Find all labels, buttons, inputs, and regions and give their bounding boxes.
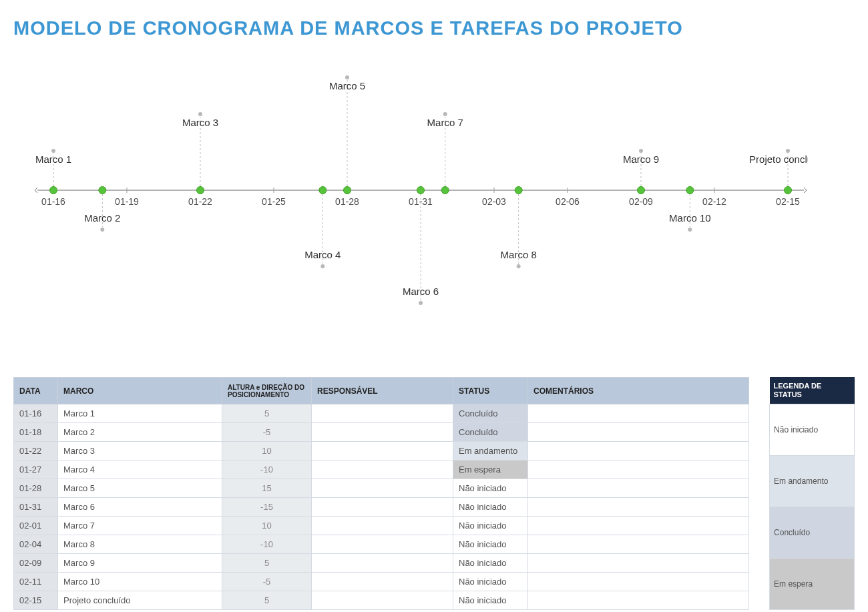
- cell-altura: -10: [222, 461, 312, 479]
- cell-responsavel[interactable]: [312, 461, 453, 479]
- cell-responsavel[interactable]: [312, 442, 453, 461]
- header-marco: MARCO: [58, 378, 222, 404]
- header-altura: ALTURA e DIREÇÃO DO POSICIONAMENTO: [222, 378, 312, 404]
- cell-marco: Projeto concluído: [58, 591, 222, 610]
- svg-point-40: [344, 187, 351, 194]
- svg-text:02-09: 02-09: [629, 196, 653, 207]
- cell-marco: Marco 4: [58, 461, 222, 479]
- svg-text:02-15: 02-15: [776, 196, 800, 207]
- cell-altura: 5: [222, 554, 312, 573]
- cell-comentarios[interactable]: [528, 404, 749, 423]
- svg-text:01-31: 01-31: [409, 196, 433, 207]
- cell-comentarios[interactable]: [528, 479, 749, 498]
- svg-point-24: [50, 187, 57, 194]
- svg-point-32: [197, 187, 204, 194]
- cell-responsavel[interactable]: [312, 517, 453, 535]
- legend-item: Em espera: [770, 558, 855, 609]
- table-row: 02-04Marco 8-10Não iniciado: [14, 535, 749, 554]
- cell-responsavel[interactable]: [312, 404, 453, 423]
- cell-marco: Marco 5: [58, 479, 222, 498]
- svg-point-48: [441, 187, 449, 194]
- cell-responsavel[interactable]: [312, 498, 453, 517]
- cell-status[interactable]: Em andamento: [453, 442, 528, 461]
- cell-data: 02-09: [14, 554, 58, 573]
- table-row: 02-01Marco 710Não iniciado: [14, 517, 749, 535]
- svg-point-29: [100, 228, 104, 232]
- svg-point-60: [686, 187, 694, 194]
- cell-status[interactable]: Não iniciado: [453, 498, 528, 517]
- cell-altura: 10: [222, 442, 312, 461]
- cell-responsavel[interactable]: [312, 479, 453, 498]
- svg-text:Marco 2: Marco 2: [84, 212, 120, 224]
- cell-responsavel[interactable]: [312, 591, 453, 610]
- cell-status[interactable]: Em espera: [453, 461, 528, 479]
- svg-text:Marco 4: Marco 4: [304, 249, 341, 260]
- cell-status[interactable]: Não iniciado: [453, 554, 528, 573]
- legend-item: Não iniciado: [770, 404, 855, 455]
- svg-point-25: [51, 149, 55, 153]
- svg-point-36: [319, 187, 327, 194]
- cell-status[interactable]: Concluído: [453, 404, 528, 423]
- svg-point-41: [345, 75, 349, 79]
- legend-item: Concluído: [770, 507, 855, 558]
- cell-status[interactable]: Concluído: [453, 423, 528, 442]
- svg-text:Marco 5: Marco 5: [329, 80, 365, 91]
- cell-responsavel[interactable]: [312, 423, 453, 442]
- cell-comentarios[interactable]: [528, 498, 749, 517]
- svg-point-52: [515, 187, 522, 194]
- cell-responsavel[interactable]: [312, 535, 453, 554]
- status-legend: LEGENDA DE STATUS Não iniciadoEm andamen…: [769, 377, 855, 610]
- cell-comentarios[interactable]: [528, 517, 749, 535]
- cell-status[interactable]: Não iniciado: [453, 517, 528, 535]
- svg-text:Marco 9: Marco 9: [623, 154, 659, 165]
- cell-status[interactable]: Não iniciado: [453, 591, 528, 610]
- svg-text:Marco 6: Marco 6: [403, 286, 439, 297]
- cell-altura: 15: [222, 479, 312, 498]
- cell-marco: Marco 9: [58, 554, 222, 573]
- svg-text:01-22: 01-22: [188, 196, 212, 207]
- cell-status[interactable]: Não iniciado: [453, 573, 528, 591]
- cell-altura: -5: [222, 573, 312, 591]
- svg-text:01-28: 01-28: [335, 196, 359, 207]
- cell-data: 02-11: [14, 573, 58, 591]
- cell-comentarios[interactable]: [528, 423, 749, 442]
- cell-comentarios[interactable]: [528, 573, 749, 591]
- cell-responsavel[interactable]: [312, 573, 453, 591]
- header-data: DATA: [14, 378, 58, 404]
- svg-text:Marco 8: Marco 8: [501, 249, 537, 260]
- svg-text:01-19: 01-19: [115, 196, 139, 207]
- svg-point-45: [419, 301, 423, 305]
- cell-status[interactable]: Não iniciado: [453, 535, 528, 554]
- table-row: 01-27Marco 4-10Em espera: [14, 461, 749, 479]
- svg-text:01-16: 01-16: [41, 196, 65, 207]
- cell-marco: Marco 1: [58, 404, 222, 423]
- cell-marco: Marco 3: [58, 442, 222, 461]
- cell-responsavel[interactable]: [312, 554, 453, 573]
- cell-data: 02-15: [14, 591, 58, 610]
- header-status: STATUS: [453, 378, 528, 404]
- timeline-chart: 01-1601-1901-2201-2501-2801-3102-0302-06…: [33, 57, 808, 330]
- svg-text:02-12: 02-12: [702, 196, 726, 207]
- svg-text:Marco 1: Marco 1: [35, 154, 71, 165]
- cell-altura: -15: [222, 498, 312, 517]
- svg-text:Marco 10: Marco 10: [669, 212, 711, 224]
- cell-altura: -10: [222, 535, 312, 554]
- table-row: 01-16Marco 15Concluído: [14, 404, 749, 423]
- cell-data: 01-18: [14, 423, 58, 442]
- cell-altura: -5: [222, 423, 312, 442]
- cell-comentarios[interactable]: [528, 461, 749, 479]
- cell-marco: Marco 7: [58, 517, 222, 535]
- cell-comentarios[interactable]: [528, 442, 749, 461]
- cell-comentarios[interactable]: [528, 535, 749, 554]
- legend-header: LEGENDA DE STATUS: [770, 377, 855, 404]
- cell-status[interactable]: Não iniciado: [453, 479, 528, 498]
- table-row: 01-31Marco 6-15Não iniciado: [14, 498, 749, 517]
- cell-data: 01-31: [14, 498, 58, 517]
- svg-text:Marco 7: Marco 7: [427, 117, 463, 128]
- svg-point-64: [785, 187, 792, 194]
- cell-comentarios[interactable]: [528, 554, 749, 573]
- cell-comentarios[interactable]: [528, 591, 749, 610]
- cell-data: 01-27: [14, 461, 58, 479]
- cell-marco: Marco 6: [58, 498, 222, 517]
- header-responsavel: RESPONSÁVEL: [312, 378, 453, 404]
